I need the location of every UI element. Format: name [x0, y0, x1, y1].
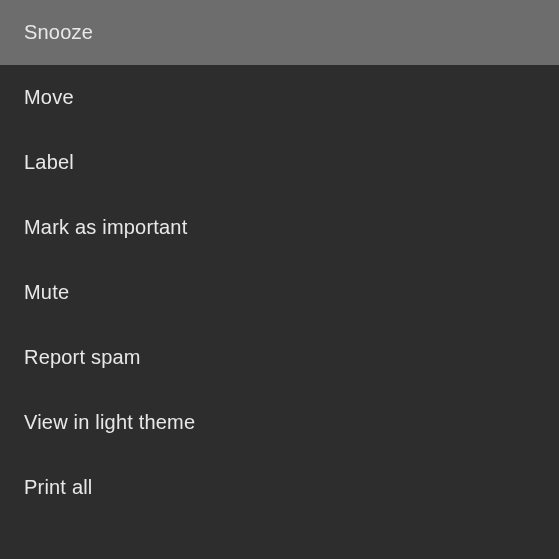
menu-item-mute[interactable]: Mute [0, 260, 559, 325]
menu-item-mark-important[interactable]: Mark as important [0, 195, 559, 260]
context-menu: Snooze Move Label Mark as important Mute… [0, 0, 559, 559]
menu-item-label: Label [24, 151, 74, 173]
menu-item-label-action[interactable]: Label [0, 130, 559, 195]
menu-item-print-all[interactable]: Print all [0, 455, 559, 520]
menu-item-light-theme[interactable]: View in light theme [0, 390, 559, 455]
menu-item-label: View in light theme [24, 411, 195, 433]
menu-item-label: Mute [24, 281, 69, 303]
menu-item-snooze[interactable]: Snooze [0, 0, 559, 65]
menu-item-report-spam[interactable]: Report spam [0, 325, 559, 390]
menu-item-label: Report spam [24, 346, 141, 368]
menu-item-label: Move [24, 86, 74, 108]
menu-item-label: Snooze [24, 21, 93, 43]
menu-item-label: Mark as important [24, 216, 187, 238]
menu-item-label: Print all [24, 476, 93, 498]
menu-item-move[interactable]: Move [0, 65, 559, 130]
